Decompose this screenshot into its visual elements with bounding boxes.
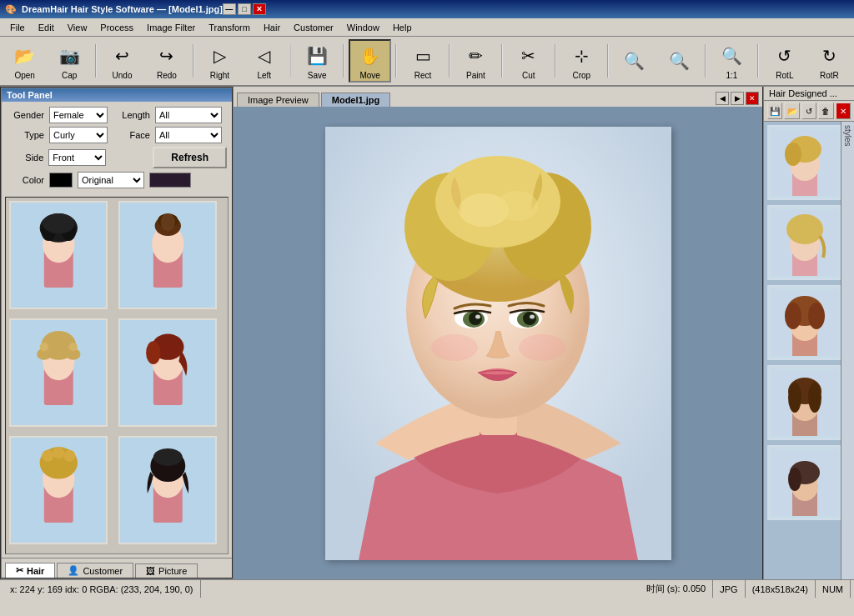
- rotr-icon: ↻: [816, 43, 842, 69]
- length-select[interactable]: AllShortMediumLong: [155, 107, 222, 123]
- minimize-button[interactable]: —: [223, 3, 236, 15]
- menu-item-transform[interactable]: Transform: [202, 21, 257, 34]
- side-select[interactable]: FrontLeftRight: [48, 149, 106, 166]
- toolbar-btn-zoom-in[interactable]: 🔍: [613, 39, 656, 83]
- toolbar-btn-zoom-out[interactable]: 🔍: [657, 39, 700, 83]
- menu-bar: FileEditViewProcessImage FilterTransform…: [0, 18, 854, 37]
- gender-select[interactable]: FemaleMale: [49, 107, 108, 123]
- toolbar-btn-zoom-ratio[interactable]: 🔍1:1: [711, 39, 753, 83]
- menu-item-image-filter[interactable]: Image Filter: [140, 21, 202, 34]
- svg-point-47: [475, 314, 480, 318]
- model-image-container: [325, 127, 671, 560]
- tab-hair[interactable]: ✂ Hair: [5, 563, 55, 578]
- svg-point-48: [530, 314, 535, 318]
- color-swatch-black[interactable]: [49, 173, 73, 188]
- right-side-label: styles: [841, 122, 854, 579]
- right-thumb-4[interactable]: [767, 365, 841, 440]
- crop-label: Crop: [572, 71, 590, 80]
- menu-item-edit[interactable]: Edit: [32, 21, 61, 34]
- toolbar-separator: [705, 44, 706, 78]
- hair-style-item-4[interactable]: [118, 318, 217, 427]
- rect-icon: ▭: [409, 43, 436, 69]
- maximize-button[interactable]: □: [238, 3, 251, 15]
- hair-style-item-6[interactable]: [118, 436, 217, 544]
- right-thumb-1[interactable]: [767, 125, 841, 200]
- menu-item-window[interactable]: Window: [340, 21, 386, 34]
- open-label: Open: [14, 71, 34, 80]
- zoom-ratio-label: 1:1: [726, 71, 738, 80]
- menu-item-hair[interactable]: Hair: [257, 21, 287, 34]
- menu-item-customer[interactable]: Customer: [287, 21, 340, 34]
- tab-model-image[interactable]: Model1.jpg: [321, 93, 390, 107]
- menu-item-process[interactable]: Process: [93, 21, 140, 34]
- right-thumb-2[interactable]: [767, 205, 841, 280]
- toolbar-btn-right[interactable]: ▷Right: [198, 39, 241, 83]
- tab-prev-button[interactable]: ◀: [716, 92, 729, 105]
- rotl-icon: ↺: [771, 43, 798, 69]
- hair-style-item-3[interactable]: [9, 318, 108, 427]
- toolbar-btn-redo[interactable]: ↪Redo: [145, 39, 188, 83]
- toolbar-btn-undo[interactable]: ↩Undo: [101, 39, 143, 83]
- left-label: Left: [257, 71, 271, 80]
- tab-customer[interactable]: 👤 Customer: [57, 563, 133, 578]
- svg-point-17: [68, 343, 77, 351]
- color-select[interactable]: OriginalBlackBrownBlondeRed: [78, 172, 144, 188]
- right-thumb-list: [764, 122, 841, 579]
- toolbar-btn-cut[interactable]: ✂Cut: [507, 39, 550, 83]
- toolbar-btn-cap[interactable]: 📷Cap: [48, 39, 90, 83]
- svg-point-70: [788, 383, 801, 413]
- right-icon: ▷: [206, 43, 233, 69]
- cut-label: Cut: [522, 71, 535, 80]
- svg-point-45: [469, 312, 482, 325]
- tab-close-button[interactable]: ✕: [746, 92, 759, 105]
- toolbar-btn-rect[interactable]: ▭Rect: [401, 39, 444, 83]
- rpanel-save-btn[interactable]: 💾: [767, 103, 782, 119]
- face-select[interactable]: AllRoundOvalSquare: [155, 127, 222, 143]
- toolbar-separator: [95, 44, 97, 78]
- menu-item-help[interactable]: Help: [386, 21, 419, 34]
- svg-point-64: [785, 303, 801, 329]
- menu-item-file[interactable]: File: [3, 21, 32, 34]
- save-label: Save: [308, 71, 327, 80]
- image-tab-bar: Image Preview Model1.jpg ◀ ▶ ✕: [234, 87, 762, 107]
- rpanel-delete-btn[interactable]: 🗑: [818, 103, 833, 119]
- toolbar-btn-open[interactable]: 📂Open: [3, 39, 46, 83]
- toolbar-btn-paint[interactable]: ✏Paint: [455, 39, 497, 83]
- refresh-button[interactable]: Refresh: [153, 147, 227, 168]
- right-thumb-3[interactable]: [767, 285, 841, 360]
- tool-panel: Tool Panel Gender FemaleMale Length AllS…: [0, 87, 234, 579]
- side-row: Side FrontLeftRight Refresh: [7, 147, 227, 168]
- gender-row: Gender FemaleMale Length AllShortMediumL…: [7, 107, 227, 123]
- rpanel-refresh-btn[interactable]: ↺: [801, 103, 816, 119]
- title-bar-text: DreamHair Hair Style Software — [Model1.…: [22, 4, 223, 14]
- toolbar-btn-crop[interactable]: ⊹Crop: [560, 39, 603, 83]
- tab-next-button[interactable]: ▶: [731, 92, 744, 105]
- toolbar-btn-move[interactable]: ✋Move: [349, 39, 391, 83]
- toolbar-btn-rotr[interactable]: ↻RotR: [808, 39, 851, 83]
- hair-style-item-5[interactable]: [9, 436, 108, 544]
- toolbar-separator: [395, 44, 397, 78]
- center-area: Image Preview Model1.jpg ◀ ▶ ✕: [234, 87, 762, 579]
- color-row: Color OriginalBlackBrownBlondeRed: [7, 172, 227, 188]
- side-label: Side: [7, 153, 43, 163]
- status-bar: x: 224 y: 169 idx: 0 RGBA: (233, 204, 19…: [0, 579, 854, 598]
- rpanel-open-btn[interactable]: 📂: [784, 103, 799, 119]
- tab-image-preview[interactable]: Image Preview: [237, 93, 319, 107]
- paint-icon: ✏: [462, 43, 489, 69]
- rpanel-close-btn[interactable]: ✕: [836, 103, 851, 119]
- toolbar-btn-left[interactable]: ◁Left: [243, 39, 285, 83]
- tab-picture[interactable]: 🖼 Picture: [135, 563, 198, 578]
- toolbar-btn-save[interactable]: 💾Save: [295, 39, 338, 83]
- menu-item-view[interactable]: View: [61, 21, 94, 34]
- close-button[interactable]: ✕: [253, 3, 266, 15]
- move-icon: ✋: [357, 43, 384, 69]
- cap-icon: 📷: [56, 43, 83, 69]
- toolbar-btn-rotl[interactable]: ↺RotL: [763, 39, 806, 83]
- hair-style-item-1[interactable]: [9, 201, 108, 309]
- open-icon: 📂: [12, 43, 38, 69]
- right-label: Right: [210, 71, 229, 80]
- svg-point-31: [153, 448, 183, 466]
- right-thumb-5[interactable]: [767, 445, 841, 520]
- type-select[interactable]: CurlyStraightWavy: [49, 127, 108, 143]
- hair-style-item-2[interactable]: [118, 201, 217, 309]
